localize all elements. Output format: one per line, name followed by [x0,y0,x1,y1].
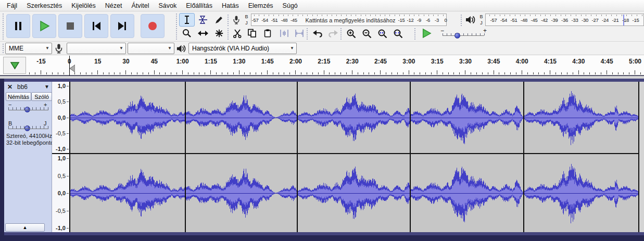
undo-button[interactable] [310,27,325,40]
meter-tick [424,15,424,16]
time-shift-tool-button[interactable] [195,27,211,40]
timeline-tick [295,70,296,74]
track-title[interactable]: bb6 [17,83,28,91]
transport-toolbar-gripper[interactable] [2,12,5,40]
envelope-tool-button[interactable] [195,13,211,27]
track-close-button[interactable]: ✕ [7,83,12,91]
playback-device-select[interactable]: Hangszórók (VIA HD Audio) ▼ [188,43,297,54]
pause-button[interactable] [6,14,30,38]
track-area-beyond-clip[interactable] [639,82,644,232]
recording-device-select[interactable]: ▼ [67,43,126,54]
recording-meter-hint: Kattintás a megfigyelés indításához [305,17,395,23]
timeline-tick [148,72,149,74]
track-bottom-border[interactable] [4,232,644,235]
waveform-channel-left[interactable] [69,82,639,153]
silence-selection-button[interactable] [292,27,306,40]
timeline-tick [629,72,629,74]
timeline-tick [471,72,471,74]
history-toolbar-gripper[interactable] [306,27,309,40]
record-button[interactable] [141,14,165,38]
cut-button[interactable] [230,27,244,40]
solo-button[interactable]: Szóló [31,92,52,101]
zoom-toolbar-gripper[interactable] [340,27,343,40]
timeline-tick [640,72,641,74]
recording-meter-channel-labels: B J [243,14,250,26]
recording-meter[interactable]: Kattintás a megfigyelés indításához [251,14,447,26]
track-control-panel[interactable]: ✕ bb6 ▼ Némítás Szóló − + B J Sztereó, 4… [4,82,52,232]
waveform-channel-right[interactable] [69,154,639,232]
zoom-tool-button[interactable] [179,27,195,40]
skip-to-end-icon [117,21,128,31]
trim-outside-selection-button[interactable] [277,27,291,40]
play-at-speed-button[interactable] [418,27,435,40]
menu-item[interactable]: Előállítás [181,1,217,11]
timeline-tick [612,72,613,74]
play-button[interactable] [32,14,56,38]
timeline-tick [567,72,567,74]
speed-slider-thumb[interactable] [454,33,460,39]
skip-to-start-button[interactable] [84,14,108,38]
menu-item[interactable]: Sávok [154,1,182,11]
collapse-track-button[interactable]: ▲ [5,223,45,232]
meter-tick [433,15,434,16]
playback-meter[interactable] [485,14,644,26]
zoom-in-button[interactable] [344,27,359,40]
playback-meter-gripper[interactable] [460,14,463,26]
timeline-tick [516,72,516,74]
mute-button[interactable]: Némítás [6,92,31,101]
stop-button[interactable] [58,14,82,38]
draw-tool-button[interactable] [211,13,227,27]
timeline-tick [103,72,104,74]
selection-tool-icon [183,15,191,24]
timeline-tick [35,72,35,74]
track-menu-dropdown-icon[interactable]: ▼ [44,84,49,90]
meter-tick [591,15,591,16]
audio-host-select[interactable]: MME ▼ [5,43,52,54]
meter-tick [515,15,515,16]
timeline-ruler[interactable] [0,55,644,75]
vertical-ruler-label: -0,5 [52,208,66,214]
playback-meter-speaker-button[interactable] [463,14,477,26]
draw-tool-icon [214,15,224,24]
timeline-tick [159,72,160,74]
redo-button[interactable] [325,27,340,40]
playhead-marker[interactable] [70,65,75,72]
fit-selection-button[interactable] [375,27,390,40]
menu-item[interactable]: Kijelölés [67,1,100,11]
menu-item[interactable]: Átvitel [127,1,154,11]
menu-item[interactable]: Nézet [100,1,127,11]
skip-to-end-button[interactable] [110,14,134,38]
menu-item[interactable]: Hatás [217,1,244,11]
timeline-tick [273,72,273,74]
timeline-tick [222,72,222,74]
selection-tool-button[interactable] [179,13,195,27]
menu-item[interactable]: Elemzés [244,1,278,11]
device-toolbar-gripper[interactable] [2,43,5,54]
undo-icon [312,29,323,38]
fit-project-button[interactable] [390,27,406,40]
timeline-tick [335,72,335,74]
meter-tick [632,15,632,16]
vertical-ruler-label: 0,5 [52,173,66,179]
timeline-tick [154,70,155,74]
copy-button[interactable] [245,27,259,40]
zoom-out-button[interactable] [359,27,374,40]
timeline-tick [437,70,437,74]
menu-item[interactable]: Szerkesztés [22,1,67,11]
timeline-tick [527,72,528,74]
recording-meter-gripper[interactable] [227,14,230,26]
play-at-speed-gripper[interactable] [414,27,416,40]
menu-item[interactable]: Fájl [2,1,22,11]
recording-meter-mic-button[interactable] [230,14,243,26]
paste-button[interactable] [260,27,274,40]
menu-item[interactable]: Súgó [278,1,302,11]
tools-toolbar-gripper[interactable] [175,12,178,40]
timeline-tick [584,72,584,74]
timeline-tick [538,72,539,74]
recording-channels-select[interactable]: ▼ [128,43,174,54]
edit-toolbar-gripper[interactable] [227,27,230,40]
chevron-down-icon: ▼ [45,46,49,50]
multi-tool-button[interactable] [211,27,227,40]
pinned-play-head-button[interactable] [3,57,26,74]
play-speed-slider[interactable]: − + [437,27,489,41]
